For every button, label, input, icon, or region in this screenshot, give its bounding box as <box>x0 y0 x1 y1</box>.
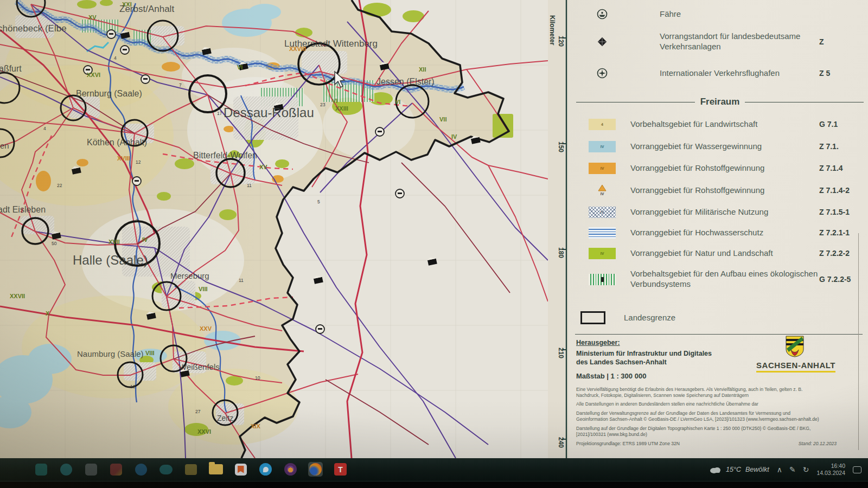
airport-icon <box>578 68 626 79</box>
legend-row: Internationaler VerkehrsflughafenZ 5 <box>569 59 868 88</box>
road-number: 11 <box>239 278 244 283</box>
military-swatch: IV <box>578 207 626 218</box>
ruler-axis-label: Kilometer <box>548 15 556 46</box>
legend-row-landesgrenze: Landesgrenze <box>569 311 868 324</box>
zone-numeral: VIII <box>199 286 208 292</box>
reader-icon[interactable] <box>233 462 248 477</box>
t-app-icon[interactable]: T <box>333 462 348 477</box>
zone-numeral: X <box>46 310 50 317</box>
fine-print-paragraph: Darstellung der Verwaltungsgrenze auf de… <box>576 410 821 422</box>
legend-item-label: Vorbehaltsgebiet für den Aufbau eines ök… <box>626 269 819 290</box>
weather-temp: 15°C <box>726 466 741 473</box>
clock-widget[interactable]: 16:40 14.03.2024 <box>816 463 845 477</box>
city-label: Merseburg <box>170 271 209 280</box>
rawmaterial-symbol-swatch: IV <box>578 185 626 196</box>
zone-numeral: XVIII <box>117 155 130 162</box>
legend-row: 4Vorbehaltsgebiet für LandwirtschaftG 7.… <box>569 113 868 136</box>
zone-numeral: VI <box>332 98 337 104</box>
legend-item-label: Internationaler Verkehrsflughafen <box>626 68 819 79</box>
road-number: 12 <box>130 384 136 389</box>
eco-network-swatch <box>578 274 626 285</box>
zone-numeral: XVII <box>108 239 120 245</box>
km-ruler: 120150180210240Kilometer <box>548 0 569 458</box>
city-label: Weißenfels <box>179 362 220 371</box>
water-swatch: IV <box>578 141 626 152</box>
road-number: 4 <box>114 55 117 61</box>
publisher-name-line1: Ministerium für Infrastruktur und Digita… <box>576 350 712 357</box>
legend-item-label: Fähre <box>626 9 819 20</box>
legend-row: IVVorranggebiet für RohstoffgewinnungZ 7… <box>569 157 868 179</box>
rawmaterial-swatch: IV <box>578 163 626 174</box>
zone-numeral: XV <box>259 164 267 170</box>
legend-row: IVVorranggebiet für RohstoffgewinnungZ 7… <box>569 179 868 202</box>
legend-item-label: Vorranggebiet für Hochwasserschutz <box>626 228 819 238</box>
legend-item-label: Vorrangstandort für landesbedeutsame Ver… <box>626 31 819 52</box>
legend-item-code: Z 7.1. <box>819 142 866 151</box>
city-label: Naumburg (Saale) <box>77 349 144 358</box>
legend-freiraum-section: 4Vorbehaltsgebiet für LandwirtschaftG 7.… <box>569 113 868 295</box>
legend-item-code: G 7.2.2-5 <box>819 275 866 284</box>
app-icon-yellow[interactable] <box>183 462 198 477</box>
app-icon-grey[interactable] <box>84 462 98 477</box>
taskbar-app-icons: T <box>34 462 348 477</box>
transport-site-icon <box>578 36 626 47</box>
ruler-tick-label: 150 <box>557 142 565 152</box>
legend-transport-section: FähreVorrangstandort für landesbedeutsam… <box>569 0 868 88</box>
app-icon-teal-circle[interactable] <box>59 462 73 477</box>
legend-row: IVVorranggebiet für WassergewinnungZ 7.1… <box>569 136 868 157</box>
taskbar: T 15°C Bewölkt ∧✎↻ 16:40 14.03.2024 <box>0 458 868 481</box>
ferry-icon <box>578 9 626 20</box>
projection-line-row: Projektionsgrundlage: ETRS 1989 UTM Zone… <box>576 441 837 446</box>
system-tray: 15°C Bewölkt ∧✎↻ 16:40 14.03.2024 <box>710 458 861 481</box>
app-icon-teal-square[interactable] <box>34 462 48 477</box>
zone-numeral: XXVI <box>87 72 100 78</box>
fine-print-paragraph: Eine Vervielfältigung benötigt die Erlau… <box>576 387 821 399</box>
map-viewport[interactable]: 4712111752250232710111274 XXIXVXXVIIIXII… <box>0 0 569 458</box>
projection-line: Projektionsgrundlage: ETRS 1989 UTM Zone… <box>576 441 680 446</box>
city-label: Bitterfeld-Wolfen <box>193 151 257 160</box>
road-number: 4 <box>43 126 46 131</box>
legend-item-code: Z 7.1.4 <box>819 164 866 172</box>
zone-numeral: XXVII <box>10 293 25 299</box>
city-label: Jessen (Elster) <box>376 77 435 86</box>
legend-panel: FähreVorrangstandort für landesbedeutsam… <box>569 0 868 458</box>
zone-numeral: IV <box>142 236 148 243</box>
zone-numeral: VIII <box>145 350 155 356</box>
legend-item-label: Vorranggebiet für Rohstoffgewinnung <box>626 163 819 174</box>
app-icon-blue-plane[interactable] <box>133 462 148 477</box>
city-label: Zeitz <box>217 414 233 422</box>
zone-numeral: VI <box>395 99 400 105</box>
pen-icon[interactable]: ✎ <box>789 465 796 474</box>
road-number: 7 <box>179 82 182 88</box>
zone-numeral: XXVI <box>197 428 211 435</box>
screen: 4712111752250232710111274 XXIXVXXVIIIXII… <box>0 0 868 488</box>
app-icon-red-flame[interactable] <box>108 462 123 477</box>
tor-browser-icon[interactable] <box>283 462 298 477</box>
legend-row: Vorbehaltsgebiet für den Aufbau eines ök… <box>569 264 868 295</box>
publisher-block: Herausgeber: Ministerium für Infrastrukt… <box>569 339 868 446</box>
app-icon-teal-chat[interactable] <box>158 462 173 477</box>
sync-icon[interactable]: ↻ <box>803 465 809 474</box>
publisher-heading: Herausgeber: <box>576 339 860 346</box>
legend-row: IVVorranggebiet für Natur und Landschaft… <box>569 243 868 264</box>
legend-item-label: Vorranggebiet für Natur und Landschaft <box>626 248 819 259</box>
ruler-tick-label: 240 <box>557 437 565 448</box>
notifications-icon[interactable] <box>853 466 861 473</box>
city-label: Dessau-Roßlau <box>224 105 314 120</box>
firefox-icon[interactable] <box>308 462 323 477</box>
legend-item-code: Z <box>819 37 866 46</box>
chevron-up-icon[interactable]: ∧ <box>777 465 782 474</box>
files-icon[interactable] <box>208 462 223 477</box>
flood-swatch <box>578 227 626 239</box>
cloud-icon <box>710 466 722 473</box>
weather-widget[interactable]: 15°C Bewölkt <box>710 466 769 473</box>
zone-numeral: XII <box>419 66 426 73</box>
browser-icon[interactable] <box>258 462 273 477</box>
nature-swatch: IV <box>578 248 626 259</box>
legend-item-label: Vorbehaltsgebiet für Landwirtschaft <box>626 119 819 130</box>
city-label: Köthen (Anhalt) <box>87 138 147 147</box>
city-label: Halle (Saale) <box>73 253 148 267</box>
fine-print: Eine Vervielfältigung benötigt die Erlau… <box>576 387 821 438</box>
zone-numeral: VI <box>237 64 242 70</box>
legend-section-title: Freiraum <box>695 97 745 107</box>
